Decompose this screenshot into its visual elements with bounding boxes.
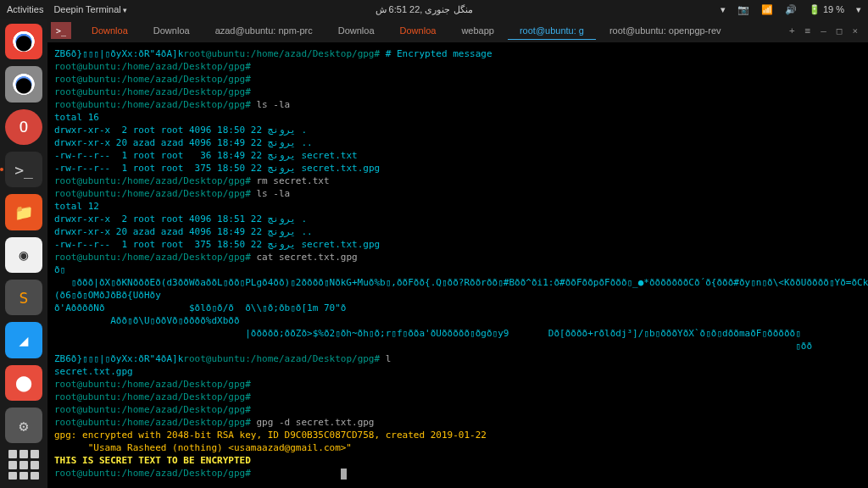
dock-recorder-icon[interactable]: ⬤	[5, 365, 42, 401]
dock-sublime-icon[interactable]: S	[5, 280, 42, 315]
tab-3[interactable]: Downloa	[326, 22, 387, 39]
dock-rhythmbox-icon[interactable]: ◉	[5, 237, 42, 273]
activities-button[interactable]: Activities	[7, 4, 43, 14]
dock-opera-icon[interactable]: O	[5, 109, 42, 145]
camera-icon[interactable]: 📷	[737, 4, 749, 15]
tab-bar: >_ Downloa Downloa azad@ubuntu: npm-prc …	[47, 19, 868, 42]
dock-chromium-icon[interactable]: ⬤	[5, 66, 42, 102]
tab-6[interactable]: root@ubuntu: g	[508, 22, 596, 40]
menu-icon[interactable]: ≡	[805, 25, 811, 36]
new-tab-icon[interactable]: +	[789, 25, 795, 36]
cursor	[341, 469, 347, 480]
volume-icon[interactable]: 🔊	[785, 4, 797, 15]
terminal-app-icon: >_	[51, 22, 71, 39]
tab-1[interactable]: Downloa	[142, 22, 202, 39]
terminal-window: >_ Downloa Downloa azad@ubuntu: npm-prc …	[47, 19, 868, 488]
dock-plasma-icon[interactable]: ◢	[5, 322, 42, 358]
tab-7[interactable]: root@ubuntu: openpgp-rev	[598, 22, 733, 39]
clock[interactable]: منگل جنوری ,22 6:51 ش	[127, 4, 721, 15]
tab-5[interactable]: webapp	[449, 22, 506, 39]
maximize-icon[interactable]: □	[837, 25, 843, 36]
dock-files-icon[interactable]: 📁	[5, 194, 42, 230]
dock: ⬤ ⬤ O >_ 📁 ◉ S ◢ ⬤ ⚙	[0, 19, 47, 488]
dock-chrome-icon[interactable]: ⬤	[5, 24, 42, 59]
notifications-icon[interactable]: ▾	[721, 4, 726, 15]
system-menu-icon[interactable]: ▾	[856, 4, 861, 15]
top-panel: Activities Deepin Terminal منگل جنوری ,2…	[0, 0, 868, 19]
tab-4[interactable]: Downloa	[388, 22, 448, 39]
close-icon[interactable]: ×	[852, 25, 858, 36]
minimize-icon[interactable]: –	[821, 25, 826, 36]
dock-settings-icon[interactable]: ⚙	[5, 408, 42, 443]
tab-2[interactable]: azad@ubuntu: npm-prc	[203, 22, 325, 39]
battery-indicator[interactable]: 🔋 19 %	[809, 4, 844, 15]
dock-show-apps-icon[interactable]	[8, 450, 39, 480]
wifi-icon[interactable]: 📶	[761, 4, 773, 15]
tab-0[interactable]: Downloa	[80, 22, 140, 39]
terminal-output[interactable]: ZB6ð}▯▯▯|▯ðyXx:ðR"4ðA]kroot@ubuntu:/home…	[47, 42, 868, 488]
app-menu[interactable]: Deepin Terminal	[53, 4, 127, 14]
dock-terminal-icon[interactable]: >_	[5, 152, 42, 187]
